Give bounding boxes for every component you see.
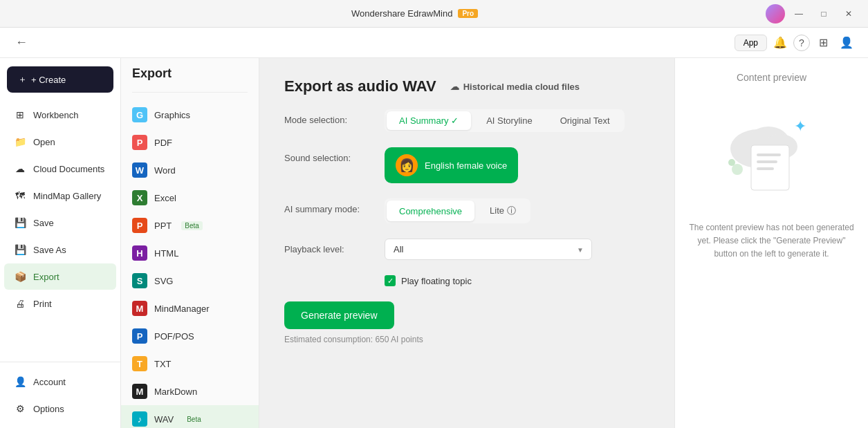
playback-row: Playback level: All Main topics only Sub…	[284, 239, 649, 260]
summary-comprehensive[interactable]: Comprehensive	[387, 201, 474, 221]
sidebar-item-saveas[interactable]: 💾 Save As	[4, 236, 116, 263]
pof-icon: P	[132, 328, 147, 344]
ai-summary-control: Comprehensive Lite ⓘ	[385, 198, 649, 223]
cloud-link[interactable]: ☁ Historical media cloud files	[450, 82, 580, 92]
generate-section: Generate preview Estimated consumption: …	[284, 301, 649, 344]
export-panel-title: Export as audio WAV	[284, 77, 436, 95]
sidebar-item-print[interactable]: 🖨 Print	[4, 290, 116, 317]
preview-illustration-svg: ✦	[717, 97, 827, 207]
grid-icon[interactable]: ⊞	[813, 32, 833, 53]
export-label-graphics: Graphics	[154, 110, 190, 120]
markdown-icon: M	[132, 384, 147, 399]
app-title: Wondershare EdrawMind	[351, 8, 452, 19]
export-item-txt[interactable]: T TXT	[121, 350, 259, 378]
pro-badge: Pro	[458, 9, 478, 18]
mode-selection-row: Mode selection: AI Summary AI Storyline …	[284, 109, 649, 132]
divider	[132, 92, 248, 93]
wav-icon: ♪	[132, 411, 147, 427]
sidebar-label-cloud: Cloud Documents	[33, 164, 104, 174]
export-item-excel[interactable]: X Excel	[121, 184, 259, 212]
svg-icon: S	[132, 273, 147, 288]
close-button[interactable]: ✕	[838, 3, 860, 25]
titlebar: Wondershare EdrawMind Pro — □ ✕	[0, 0, 868, 28]
sidebar-label-open: Open	[33, 137, 55, 147]
ppt-beta-badge: Beta	[181, 221, 203, 230]
summary-lite[interactable]: Lite ⓘ	[477, 201, 528, 221]
export-icon: 📦	[14, 270, 26, 283]
sound-card[interactable]: 👩 English female voice	[385, 147, 518, 183]
sound-control: 👩 English female voice	[385, 147, 649, 183]
playback-control: All Main topics only Sub topics	[385, 239, 649, 260]
toolbar-right: App 🔔 ? ⊞ 👤	[735, 32, 857, 53]
saveas-icon: 💾	[14, 243, 26, 256]
help-icon[interactable]: ?	[793, 35, 810, 51]
back-button[interactable]: ←	[11, 32, 32, 53]
avatar[interactable]	[766, 4, 785, 24]
export-label-mindmanager: MindManager	[154, 304, 210, 314]
svg-point-8	[732, 164, 743, 175]
floating-topic-checkbox[interactable]	[385, 275, 396, 286]
export-item-svg[interactable]: S SVG	[121, 267, 259, 295]
export-item-mindmanager[interactable]: M MindManager	[121, 295, 259, 322]
export-item-pdf[interactable]: P PDF	[121, 129, 259, 156]
sound-selection-row: Sound selection: 👩 English female voice	[284, 147, 649, 183]
mode-label: Mode selection:	[284, 109, 385, 125]
sidebar-item-export[interactable]: 📦 Export	[4, 263, 116, 290]
mode-ai-storyline[interactable]: AI Storyline	[474, 111, 544, 130]
mode-original-text[interactable]: Original Text	[548, 111, 622, 130]
app-button[interactable]: App	[735, 35, 767, 51]
sidebar-item-workbench[interactable]: ⊞ Workbench	[4, 102, 116, 128]
mode-ai-summary[interactable]: AI Summary	[387, 111, 471, 130]
sidebar-item-options[interactable]: ⚙ Options	[4, 396, 116, 422]
cloud-link-label: Historical media cloud files	[463, 82, 580, 92]
generate-button[interactable]: Generate preview	[284, 301, 394, 329]
playback-select[interactable]: All Main topics only Sub topics	[385, 239, 592, 260]
svg-text:✦: ✦	[794, 118, 806, 135]
svg-rect-5	[757, 160, 777, 163]
notification-icon[interactable]: 🔔	[770, 32, 791, 53]
maximize-button[interactable]: □	[813, 3, 835, 25]
sidebar-bottom: 👤 Account ⚙ Options	[0, 362, 120, 428]
export-label-wav: WAV	[154, 414, 174, 425]
create-label: + Create	[31, 75, 66, 85]
ai-summary-mode-row: AI summary mode: Comprehensive Lite ⓘ	[284, 198, 649, 223]
svg-rect-6	[757, 167, 774, 170]
main-layout: ＋ + Create ⊞ Workbench 📁 Open ☁ Cloud Do…	[0, 58, 868, 428]
sidebar-item-mindmap[interactable]: 🗺 MindMap Gallery	[4, 183, 116, 209]
export-list: Export G Graphics P PDF W Word X Excel P…	[121, 58, 259, 428]
floating-topic-label: Play floating topic	[401, 276, 472, 286]
export-label-pdf: PDF	[154, 138, 172, 148]
save-icon: 💾	[14, 216, 26, 229]
sidebar-item-save[interactable]: 💾 Save	[4, 210, 116, 236]
titlebar-center: Wondershare EdrawMind Pro	[351, 8, 478, 19]
user-icon[interactable]: 👤	[836, 32, 857, 53]
export-item-word[interactable]: W Word	[121, 156, 259, 184]
sidebar-item-open[interactable]: 📁 Open	[4, 129, 116, 155]
sidebar-item-account[interactable]: 👤 Account	[4, 369, 116, 395]
create-button[interactable]: ＋ + Create	[7, 66, 113, 93]
excel-icon: X	[132, 190, 147, 205]
mode-control: AI Summary AI Storyline Original Text	[385, 109, 649, 132]
export-item-graphics[interactable]: G Graphics	[121, 101, 259, 129]
sidebar-item-cloud[interactable]: ☁ Cloud Documents	[4, 156, 116, 182]
export-title-row: Export as audio WAV ☁ Historical media c…	[284, 77, 649, 95]
playback-label: Playback level:	[284, 239, 385, 254]
sidebar-label-account: Account	[33, 377, 66, 387]
summary-buttons-group: Comprehensive Lite ⓘ	[385, 198, 530, 223]
minimize-button[interactable]: —	[788, 3, 810, 25]
playback-select-wrapper: All Main topics only Sub topics	[385, 239, 592, 260]
export-item-html[interactable]: H HTML	[121, 239, 259, 267]
preview-illustration: ✦	[717, 97, 827, 207]
export-item-ppt[interactable]: P PPT Beta	[121, 212, 259, 239]
sidebar: ＋ + Create ⊞ Workbench 📁 Open ☁ Cloud Do…	[0, 58, 121, 428]
sound-name: English female voice	[425, 160, 507, 171]
export-item-wav[interactable]: ♪ WAV Beta	[121, 405, 259, 428]
mindmanager-icon: M	[132, 301, 147, 316]
plus-icon: ＋	[18, 73, 27, 86]
wav-beta-badge: Beta	[183, 415, 205, 424]
graphics-icon: G	[132, 107, 147, 122]
sidebar-nav: ⊞ Workbench 📁 Open ☁ Cloud Documents 🗺 M…	[0, 101, 120, 362]
export-item-pof[interactable]: P POF/POS	[121, 322, 259, 350]
export-item-markdown[interactable]: M MarkDown	[121, 378, 259, 405]
cloud-icon-link: ☁	[450, 82, 459, 92]
